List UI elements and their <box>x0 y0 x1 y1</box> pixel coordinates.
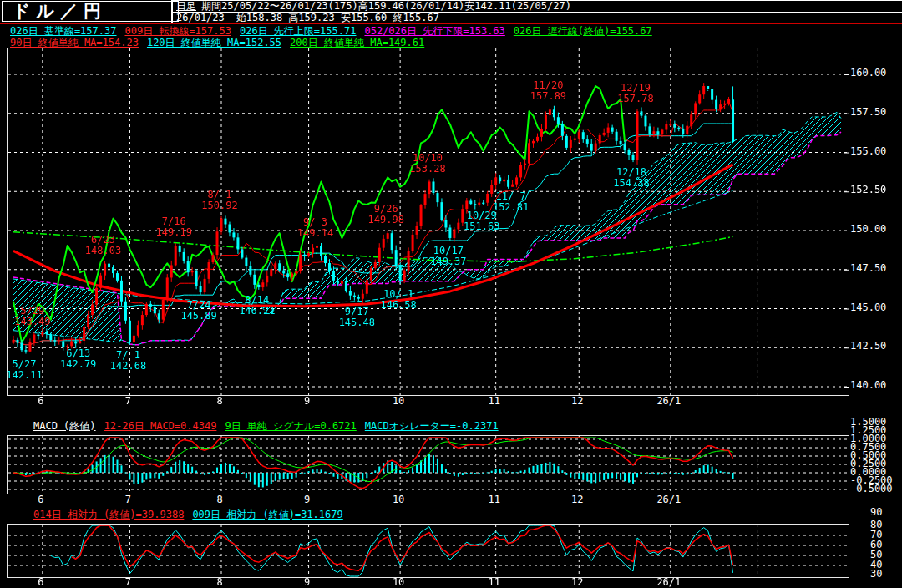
price-axis-label: 145.00 <box>850 302 886 313</box>
quote-date: 26/01/23 <box>176 12 225 23</box>
macd-title: MACD (終値) <box>33 420 96 432</box>
period-text: 期間25/05/22〜26/01/23(175)高159.46(26/01/14… <box>201 0 571 12</box>
price-axis-label: 152.50 <box>850 185 886 195</box>
rsi-axis-label: 70 <box>870 530 882 540</box>
month-label: 12 <box>571 494 583 505</box>
symbol-title: ドル／円 <box>2 1 179 22</box>
rsi14-value: 014日 相対力 (終値)=39.9388 <box>33 509 184 520</box>
header-divider <box>0 23 902 24</box>
price-axis-label: 147.50 <box>850 263 886 274</box>
rsi-axis-label: 40 <box>870 560 882 570</box>
legend-kijun: 026日 基準線=157.37 <box>10 25 116 37</box>
month-label: 26/1 <box>656 396 681 407</box>
price-axis-label: 150.00 <box>850 224 886 235</box>
macd-axis-label: 0.7500 <box>850 442 886 453</box>
month-label: 26/1 <box>656 494 681 505</box>
month-label: 8 <box>216 494 222 505</box>
macd-axis-label: 0.2500 <box>850 459 886 469</box>
month-label: 12 <box>571 577 583 588</box>
month-label: 6 <box>38 494 43 505</box>
rsi-axis-label: 90 <box>870 507 882 518</box>
rsi-axis-label: 50 <box>870 550 882 560</box>
month-label: 6 <box>38 396 43 407</box>
legend-senkou-lower: 052/026日 先行下限=153.63 <box>364 25 504 37</box>
month-label: 9 <box>304 577 310 588</box>
legend-tenkan: 009日 転換線=157.53 <box>124 25 231 37</box>
header-info: 日足期間25/05/22〜26/01/23(175)高159.46(26/01/… <box>171 0 902 23</box>
macd-axis-label: -0.2500 <box>850 475 893 486</box>
month-label: 7 <box>125 396 131 407</box>
price-chart-canvas[interactable] <box>7 48 849 396</box>
month-label: 9 <box>304 494 310 505</box>
legend-ma120: 120日 終値単純 MA=152.55 <box>147 37 281 48</box>
macd-osc-value: MACDオシレーター=-0.2371 <box>365 420 499 432</box>
macd-axis-label: 1.0000 <box>850 433 886 444</box>
price-axis-label: 142.50 <box>850 341 886 352</box>
quote-ohlc: 始158.38 高159.23 安155.60 終155.67 <box>236 12 439 23</box>
month-label: 11 <box>488 577 499 588</box>
macd-axis-label: 1.2500 <box>850 425 886 436</box>
rsi-header: 014日 相対力 (終値)=39.9388009日 相対力 (終値)=31.16… <box>33 509 352 520</box>
ichimoku-legend: 026日 基準線=157.37009日 転換線=157.53026日 先行上限=… <box>10 26 661 37</box>
macd-axis-label: 0.5000 <box>850 450 886 461</box>
month-label: 7 <box>125 494 131 505</box>
month-label: 11 <box>488 494 499 505</box>
legend-chikou: 026日 遅行線(終値)=155.67 <box>514 25 652 37</box>
legend-senkou-upper: 026日 先行上限=155.71 <box>240 25 356 37</box>
macd-header: MACD (終値)12-26日 MACD=0.43499日 単純 シグナル=0.… <box>33 421 507 432</box>
legend-ma200: 200日 終値単純 MA=149.61 <box>290 37 424 48</box>
month-label: 9 <box>304 396 310 407</box>
price-axis-label: 157.50 <box>850 107 886 118</box>
month-label: 7 <box>125 577 131 588</box>
price-axis-label: 155.00 <box>850 146 886 157</box>
month-label: 26/1 <box>656 577 681 588</box>
rsi-axis-label: 60 <box>870 540 882 550</box>
month-label: 8 <box>216 396 222 407</box>
macd-axis-label: 1.5000 <box>850 417 886 428</box>
macd-value: 12-26日 MACD=0.4349 <box>104 420 217 432</box>
rsi9-value: 009日 相対力 (終値)=31.1679 <box>192 509 342 520</box>
rsi-axis-label: 30 <box>870 569 882 580</box>
timeframe-label: 日足 <box>176 0 196 12</box>
macd-chart-canvas[interactable] <box>7 435 849 494</box>
month-label: 11 <box>488 396 499 407</box>
rsi-chart-canvas[interactable] <box>7 524 849 578</box>
month-label: 12 <box>571 396 583 407</box>
chart-app-window: ドル／円 日足期間25/05/22〜26/01/23(175)高159.46(2… <box>0 0 902 588</box>
macd-axis-label: 0.0000 <box>850 467 886 478</box>
rsi-axis-label: 80 <box>870 520 882 530</box>
month-label: 10 <box>393 577 404 588</box>
macd-axis-label: -0.5000 <box>850 484 893 494</box>
legend-ma90: 90日 終値単純 MA=154.23 <box>10 37 139 48</box>
price-axis-label: 140.00 <box>850 380 886 391</box>
month-label: 10 <box>393 396 404 407</box>
month-label: 10 <box>393 494 404 505</box>
month-label: 8 <box>216 577 222 588</box>
macd-signal-value: 9日 単純 シグナル=0.6721 <box>225 420 356 432</box>
price-axis-label: 160.00 <box>850 68 886 79</box>
month-label: 6 <box>38 577 43 588</box>
period-info-line: 日足期間25/05/22〜26/01/23(175)高159.46(26/01/… <box>173 1 902 13</box>
